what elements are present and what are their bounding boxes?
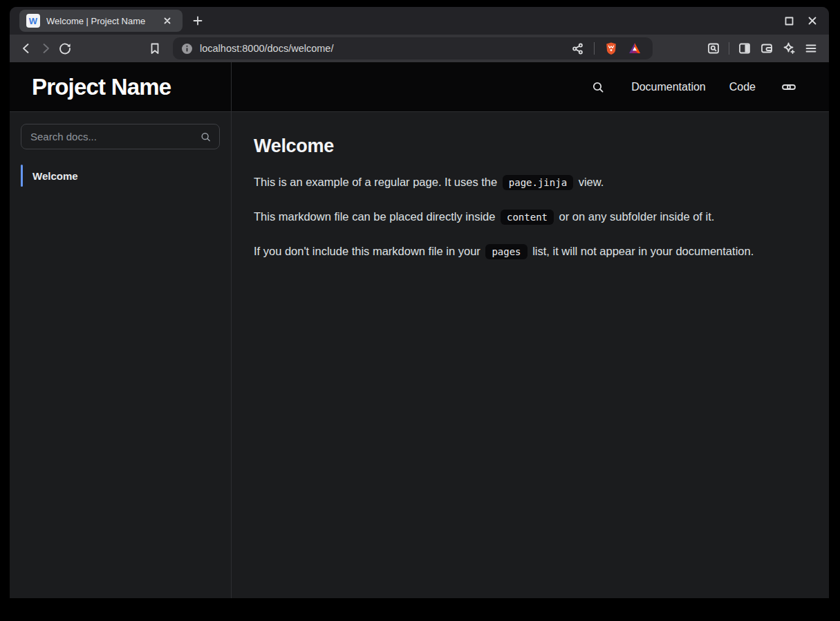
active-indicator <box>21 165 23 187</box>
sidebar-toggle-button[interactable] <box>735 39 754 58</box>
new-tab-button[interactable] <box>188 11 207 30</box>
article-body: This is an example of a regular page. It… <box>254 173 779 261</box>
bookmark-icon <box>148 41 162 55</box>
wallet-icon <box>760 41 774 55</box>
window-close-button[interactable] <box>803 11 822 30</box>
paragraph-text: or on any subfolder inside of it. <box>556 210 714 223</box>
address-bar[interactable]: localhost:8000/docs/welcome/ <box>173 37 653 59</box>
site-header: Project Name Documentation Code <box>10 62 829 112</box>
browser-tab[interactable]: W Welcome | Project Name <box>19 10 183 32</box>
forward-button[interactable] <box>36 39 55 58</box>
bookmark-button[interactable] <box>145 39 165 58</box>
brave-shields-button[interactable] <box>601 39 621 58</box>
brave-rewards-button[interactable] <box>625 39 644 58</box>
inline-code: page.jinja <box>503 175 573 190</box>
close-icon <box>807 15 818 26</box>
site-body: Welcome Welcome This is an example of a … <box>10 112 829 598</box>
divider <box>594 42 595 55</box>
docs-sidebar: Welcome <box>10 112 232 598</box>
share-icon <box>571 42 584 55</box>
search-tabs-button[interactable] <box>704 39 723 58</box>
docs-search-input[interactable] <box>21 124 219 149</box>
maximize-button[interactable] <box>779 11 799 30</box>
browser-window: W Welcome | Project Name <box>10 7 829 598</box>
back-icon <box>19 41 33 55</box>
brave-shield-icon <box>604 41 618 55</box>
reload-button[interactable] <box>55 39 75 58</box>
tab-bar: W Welcome | Project Name <box>10 7 829 35</box>
tab-title: Welcome | Project Name <box>46 16 158 26</box>
nav-buttons <box>17 39 75 58</box>
site-logo-area[interactable]: Project Name <box>10 62 232 111</box>
ai-sparkle-icon <box>782 41 796 55</box>
window-controls <box>779 11 829 30</box>
brave-rewards-icon <box>628 41 642 55</box>
close-icon <box>162 15 173 26</box>
maximize-icon <box>784 16 794 26</box>
nav-link-documentation[interactable]: Documentation <box>631 81 706 93</box>
paragraph: If you don't include this markdown file … <box>254 242 779 261</box>
paragraph: This markdown file can be placed directl… <box>254 207 779 226</box>
leo-ai-button[interactable] <box>779 39 799 58</box>
page-title: Welcome <box>254 136 801 157</box>
toolbar-right-actions <box>704 39 822 58</box>
docs-main: Welcome This is an example of a regular … <box>232 112 829 598</box>
browser-toolbar: localhost:8000/docs/welcome/ <box>10 35 829 62</box>
inline-code: pages <box>485 244 527 259</box>
paragraph-text: view. <box>575 176 604 188</box>
tab-close-button[interactable] <box>158 11 177 30</box>
wallet-button[interactable] <box>757 39 776 58</box>
site-header-nav: Documentation Code <box>232 62 829 111</box>
divider <box>729 42 729 55</box>
inline-code: content <box>501 210 554 225</box>
forward-icon <box>39 41 53 55</box>
back-button[interactable] <box>17 39 36 58</box>
site-search-button[interactable] <box>588 77 608 97</box>
search-icon <box>200 131 212 142</box>
site-logo[interactable]: Project Name <box>32 74 171 100</box>
sidebar-nav: Welcome <box>21 165 220 187</box>
docs-search-box <box>21 124 220 149</box>
reload-icon <box>58 41 72 55</box>
search-icon <box>591 80 605 94</box>
web-page: Project Name Documentation Code <box>10 62 829 598</box>
link-icon <box>781 79 797 95</box>
menu-button[interactable] <box>801 39 821 58</box>
plus-icon <box>192 15 204 27</box>
sidebar-item-label: Welcome <box>32 170 78 182</box>
paragraph-text: This is an example of a regular page. It… <box>254 176 501 188</box>
paragraph-text: This markdown file can be placed directl… <box>254 210 498 223</box>
share-button[interactable] <box>568 39 587 58</box>
menu-icon <box>804 41 818 55</box>
site-link-button[interactable] <box>779 77 799 97</box>
address-bar-actions <box>568 39 644 58</box>
site-info-icon[interactable] <box>181 43 193 55</box>
nav-link-code[interactable]: Code <box>729 81 756 93</box>
sidebar-item-welcome[interactable]: Welcome <box>21 165 220 187</box>
search-box-icon <box>707 41 720 55</box>
desktop: W Welcome | Project Name <box>0 0 840 621</box>
paragraph: This is an example of a regular page. It… <box>254 173 779 192</box>
paragraph-text: list, it will not appear in your documen… <box>530 245 754 257</box>
paragraph-text: If you don't include this markdown file … <box>254 245 483 257</box>
sidebar-toggle-icon <box>738 41 752 55</box>
tab-favicon: W <box>26 14 40 28</box>
url-text[interactable]: localhost:8000/docs/welcome/ <box>200 43 568 54</box>
